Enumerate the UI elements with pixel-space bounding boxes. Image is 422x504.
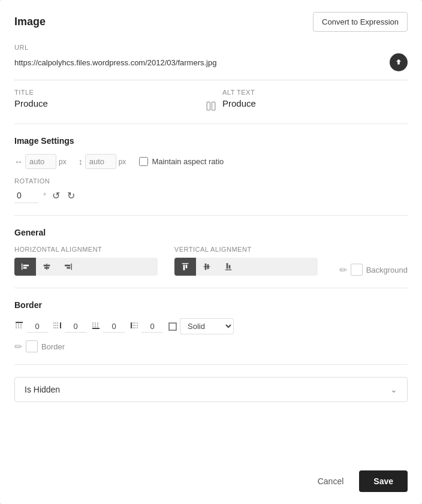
align-bottom-icon [224, 262, 233, 271]
image-settings-section: Image Settings ↔ px ↕ px Maintain aspect… [14, 136, 408, 216]
meta-separator [200, 89, 222, 111]
border-color-label: Border [41, 342, 65, 351]
svg-rect-18 [226, 263, 228, 268]
binding-icon [206, 101, 216, 111]
image-panel: Image Convert to Expression URL https://… [0, 0, 422, 504]
rotation-row: ° ↺ ↻ [14, 188, 408, 203]
border-left-svg [129, 321, 139, 330]
border-top-icon [14, 321, 24, 332]
align-left-icon [20, 262, 30, 271]
svg-rect-16 [207, 264, 209, 269]
is-hidden-dropdown[interactable]: Is Hidden ⌄ [14, 377, 408, 402]
url-value: https://calpolyhcs.files.wordpress.com/2… [14, 58, 382, 67]
align-right-icon [64, 262, 73, 271]
rotation-section: Rotation ° ↺ ↻ [14, 177, 408, 203]
title-alttext-row: Title Produce Alt Text Produce [14, 89, 408, 124]
svg-rect-8 [71, 264, 72, 270]
svg-rect-12 [183, 265, 185, 270]
height-unit: px [119, 158, 126, 166]
url-label: URL [14, 44, 408, 51]
border-style-select[interactable]: Solid Dashed Dotted None [180, 318, 234, 334]
border-left-icon [129, 321, 139, 332]
panel-title: Image [14, 16, 46, 28]
svg-rect-17 [225, 270, 231, 270]
url-section: URL https://calpolyhcs.files.wordpress.c… [14, 44, 408, 89]
svg-rect-6 [44, 265, 50, 267]
height-arrow-icon: ↕ [79, 157, 83, 167]
panel-header: Image Convert to Expression [14, 12, 408, 32]
rotation-input[interactable] [14, 188, 38, 203]
background-color-swatch[interactable] [351, 264, 363, 276]
border-right-input[interactable] [65, 321, 86, 333]
border-bottom-svg [91, 321, 101, 330]
upload-svg [394, 58, 403, 67]
upload-icon-button[interactable] [390, 53, 408, 71]
h-align-center-button[interactable] [36, 258, 58, 276]
chevron-down-icon: ⌄ [390, 385, 397, 394]
svg-rect-7 [44, 267, 49, 269]
border-bottom-icon [91, 321, 101, 332]
svg-rect-2 [22, 264, 22, 270]
v-align-label: Vertical Alignment [174, 246, 326, 253]
convert-to-expression-button[interactable]: Convert to Expression [313, 12, 408, 32]
save-button[interactable]: Save [359, 470, 408, 492]
h-align-left-button[interactable] [14, 258, 36, 276]
svg-rect-11 [182, 263, 188, 264]
border-left-side [129, 321, 163, 333]
v-align-bottom-button[interactable] [218, 258, 239, 276]
border-top-input[interactable] [26, 321, 48, 333]
border-left-input[interactable] [141, 321, 163, 333]
alt-text-value: Produce [222, 98, 408, 108]
width-input[interactable] [25, 154, 56, 169]
svg-rect-14 [203, 266, 210, 267]
v-align-middle-button[interactable] [196, 258, 218, 276]
svg-rect-36 [169, 323, 176, 330]
border-eyedropper-icon: ✏ [14, 341, 22, 352]
border-all-icon [168, 322, 177, 331]
svg-rect-1 [212, 102, 215, 110]
h-align-group [14, 258, 158, 276]
aspect-ratio-checkbox[interactable] [139, 157, 148, 166]
border-color-swatch[interactable] [26, 340, 38, 352]
v-align-top-button[interactable] [174, 258, 196, 276]
svg-rect-13 [185, 265, 187, 268]
cancel-button[interactable]: Cancel [309, 472, 352, 491]
border-top-svg [14, 321, 24, 330]
aspect-ratio-group: Maintain aspect ratio [139, 157, 224, 166]
border-top-side [14, 321, 48, 333]
svg-rect-9 [65, 265, 70, 267]
border-style-group: Solid Dashed Dotted None [168, 318, 234, 334]
border-right-svg [53, 321, 62, 330]
v-align-group [174, 258, 318, 276]
title-value: Produce [14, 98, 200, 108]
degree-symbol: ° [43, 192, 46, 200]
align-center-icon [42, 262, 52, 271]
svg-rect-3 [23, 265, 29, 267]
size-row: ↔ px ↕ px Maintain aspect ratio [14, 154, 408, 169]
align-top-icon [180, 262, 190, 271]
width-unit: px [59, 158, 67, 166]
background-label: Background [366, 265, 408, 274]
alt-text-label: Alt Text [222, 89, 408, 96]
width-arrow-icon: ↔ [14, 157, 23, 167]
height-input[interactable] [85, 154, 116, 169]
general-section: General Horizontal Alignment [14, 228, 408, 288]
border-color-row: ✏ Border [14, 340, 408, 352]
is-hidden-section: Is Hidden ⌄ [14, 377, 408, 402]
title-field: Title Produce [14, 89, 200, 108]
rotate-clockwise-button[interactable]: ↻ [66, 189, 76, 203]
eyedropper-icon: ✏ [339, 264, 347, 276]
image-settings-title: Image Settings [14, 136, 408, 146]
h-align-right-button[interactable] [58, 258, 79, 276]
border-bottom-side [91, 321, 125, 333]
svg-rect-19 [228, 265, 230, 268]
svg-rect-10 [67, 267, 70, 269]
rotate-counterclockwise-button[interactable]: ↺ [51, 189, 61, 203]
svg-rect-4 [23, 267, 27, 269]
border-bottom-input[interactable] [103, 321, 125, 333]
vertical-alignment-col: Vertical Alignment [174, 246, 326, 276]
alignment-area: Horizontal Alignment [14, 246, 408, 276]
h-align-label: Horizontal Alignment [14, 246, 166, 253]
border-right-icon [53, 321, 62, 332]
background-group: ✏ Background [339, 264, 408, 276]
